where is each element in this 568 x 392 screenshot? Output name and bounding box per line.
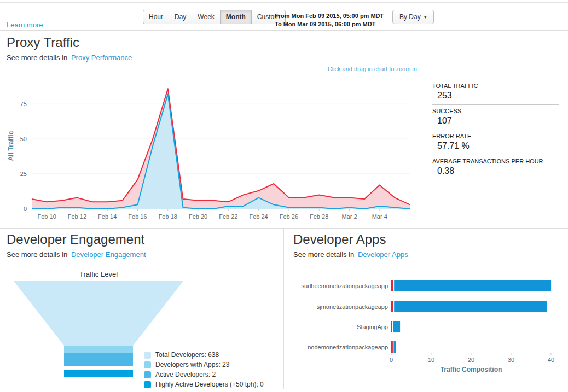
date-range-to: To Mon Mar 09 2015, 06:00 pm MDT	[275, 20, 384, 28]
details-prefix: See more details in	[7, 54, 67, 62]
svg-text:10: 10	[428, 356, 434, 363]
svg-text:Mar 2: Mar 2	[341, 213, 357, 220]
svg-text:Feb 20: Feb 20	[189, 213, 207, 220]
svg-text:Feb 26: Feb 26	[280, 213, 298, 220]
date-range: From Mon Feb 09 2015, 05:00 pm MDT To Mo…	[275, 12, 384, 28]
chart-zoom-hint: Click and drag in chart to zoom in.	[328, 66, 419, 72]
stat-value: 57.71 %	[432, 141, 559, 151]
svg-text:Mar 4: Mar 4	[372, 213, 387, 220]
time-range-button-group: Hour Day Week Month Custom	[143, 10, 286, 24]
svg-text:Feb 18: Feb 18	[159, 213, 177, 220]
svg-text:0: 0	[24, 206, 27, 212]
svg-text:Feb 28: Feb 28	[310, 213, 328, 220]
legend-item-highly-active-developers: Highly Active Developers (+50 tph): 0	[144, 381, 264, 388]
svg-text:40: 40	[548, 356, 554, 363]
funnel-legend: Total Developers: 638 Developers with Ap…	[144, 351, 264, 390]
bottom-sections: Developer Engagement See more details in…	[0, 229, 568, 389]
legend-swatch	[144, 381, 151, 388]
legend-item-total-developers: Total Developers: 638	[144, 351, 264, 359]
svg-text:nodemonetizationpackageapp: nodemonetizationpackageapp	[308, 344, 388, 350]
stat-error-rate: ERROR RATE 57.71 %	[432, 130, 559, 155]
stat-value: 0.38	[432, 166, 559, 176]
legend-swatch	[144, 371, 151, 378]
learn-more-link[interactable]: Learn more	[7, 21, 43, 29]
svg-text:Feb 10: Feb 10	[38, 213, 56, 220]
svg-text:Traffic Composition: Traffic Composition	[441, 366, 502, 373]
developer-engagement-link[interactable]: Developer Engagement	[71, 250, 146, 259]
range-button-hour[interactable]: Hour	[143, 10, 169, 24]
stat-success: SUCCESS 107	[432, 105, 559, 130]
legend-label: Active Developers: 2	[155, 371, 216, 378]
stat-label: TOTAL TRAFFIC	[432, 83, 559, 89]
svg-text:StagingApp: StagingApp	[357, 324, 388, 330]
svg-text:0: 0	[390, 356, 393, 363]
legend-swatch	[144, 352, 151, 359]
svg-text:Feb 24: Feb 24	[249, 213, 268, 220]
developer-apps-link[interactable]: Developer Apps	[358, 250, 408, 259]
traffic-stats-panel: TOTAL TRAFFIC 253 SUCCESS 107 ERROR RATE…	[432, 80, 559, 180]
developer-engagement-details: See more details in Developer Engagement	[7, 250, 146, 259]
svg-text:sjmonetizationpackageapp: sjmonetizationpackageapp	[317, 303, 388, 310]
proxy-traffic-section: Proxy Traffic See more details in Proxy …	[0, 31, 568, 229]
funnel-title: Traffic Level	[8, 270, 189, 278]
granularity-dropdown[interactable]: By Day ▾	[392, 10, 434, 24]
developer-apps-title: Developer Apps	[293, 232, 386, 247]
svg-text:75: 75	[20, 101, 27, 107]
developer-apps-chart[interactable]: sudheemonetizationpackageappsjmonetizati…	[284, 272, 568, 378]
svg-text:Feb 14: Feb 14	[98, 213, 117, 220]
developer-engagement-title: Developer Engagement	[7, 232, 144, 247]
svg-text:25: 25	[20, 171, 27, 177]
svg-text:Feb 22: Feb 22	[219, 213, 237, 220]
legend-item-active-developers: Active Developers: 2	[144, 371, 264, 378]
stat-value: 253	[432, 91, 559, 101]
svg-text:All Traffic: All Traffic	[7, 131, 15, 161]
stat-avg-tph: AVERAGE TRANSACTIONS PER HOUR 0.38	[432, 155, 559, 180]
proxy-traffic-chart[interactable]: 0255075Feb 10Feb 12Feb 14Feb 16Feb 18Feb…	[5, 78, 413, 229]
date-range-from: From Mon Feb 09 2015, 05:00 pm MDT	[275, 12, 384, 20]
proxy-traffic-title: Proxy Traffic	[7, 35, 79, 50]
proxy-traffic-chart-svg[interactable]: 0255075Feb 10Feb 12Feb 14Feb 16Feb 18Feb…	[5, 78, 413, 226]
proxy-traffic-details: See more details in Proxy Performance	[7, 54, 132, 62]
legend-label: Total Developers: 638	[155, 351, 219, 359]
stat-total-traffic: TOTAL TRAFFIC 253	[432, 80, 559, 105]
stat-label: AVERAGE TRANSACTIONS PER HOUR	[432, 158, 559, 165]
range-button-day[interactable]: Day	[169, 10, 192, 24]
legend-swatch	[144, 361, 151, 368]
svg-text:Feb 12: Feb 12	[68, 213, 86, 220]
stat-label: ERROR RATE	[432, 133, 559, 139]
developer-apps-section: Developer Apps See more details in Devel…	[283, 229, 568, 389]
details-prefix: See more details in	[7, 250, 67, 259]
range-button-month[interactable]: Month	[220, 10, 252, 24]
svg-text:50: 50	[20, 136, 27, 142]
proxy-performance-link[interactable]: Proxy Performance	[71, 54, 132, 62]
legend-item-developers-with-apps: Developers with Apps: 23	[144, 361, 264, 368]
svg-text:30: 30	[508, 356, 514, 363]
svg-text:Feb 16: Feb 16	[128, 213, 147, 220]
chevron-down-icon: ▾	[424, 13, 427, 21]
topbar: Learn more Hour Day Week Month Custom Fr…	[0, 0, 568, 31]
granularity-label: By Day	[399, 13, 421, 21]
stat-value: 107	[432, 116, 559, 126]
svg-text:sudheemonetizationpackageapp: sudheemonetizationpackageapp	[302, 283, 388, 289]
svg-text:20: 20	[468, 356, 474, 363]
stat-label: SUCCESS	[432, 108, 559, 114]
range-button-week[interactable]: Week	[192, 10, 220, 24]
legend-label: Highly Active Developers (+50 tph): 0	[155, 381, 264, 388]
developer-engagement-section: Developer Engagement See more details in…	[0, 229, 283, 389]
developer-apps-chart-svg[interactable]: sudheemonetizationpackageappsjmonetizati…	[284, 272, 568, 376]
legend-label: Developers with Apps: 23	[155, 361, 229, 368]
details-prefix: See more details in	[293, 250, 354, 259]
developer-apps-details: See more details in Developer Apps	[293, 250, 408, 259]
